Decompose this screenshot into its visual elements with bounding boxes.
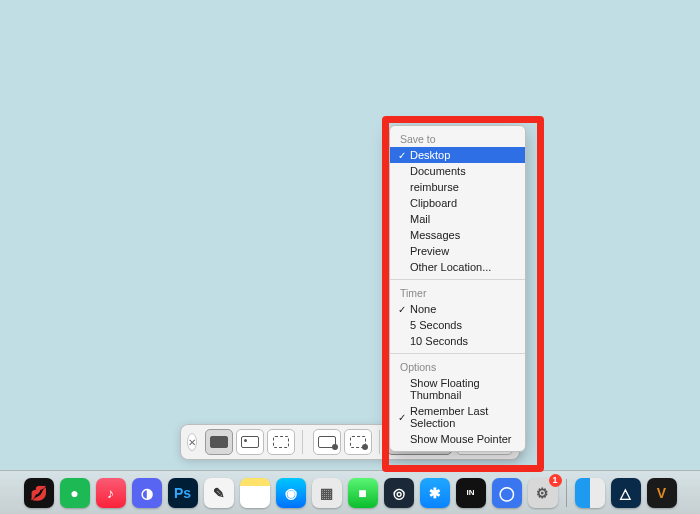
menu-item-timer-0[interactable]: ✓None bbox=[390, 301, 525, 317]
menu-item-timer-1[interactable]: 5 Seconds bbox=[390, 317, 525, 333]
menu-item-save-to-0[interactable]: ✓Desktop bbox=[390, 147, 525, 163]
options-menu: Save to ✓DesktopDocumentsreimburseClipbo… bbox=[389, 125, 526, 452]
menu-item-save-to-2[interactable]: reimburse bbox=[390, 179, 525, 195]
notes-app[interactable] bbox=[240, 478, 270, 508]
settings-app[interactable]: ⚙1 bbox=[528, 478, 558, 508]
menu-item-save-to-1[interactable]: Documents bbox=[390, 163, 525, 179]
timer-header: Timer bbox=[390, 284, 525, 301]
window-icon bbox=[241, 436, 259, 448]
record-screen-icon bbox=[318, 436, 336, 448]
menu-item-label: Show Floating Thumbnail bbox=[408, 377, 519, 401]
facetime-app[interactable]: ■ bbox=[348, 478, 378, 508]
finder-app[interactable] bbox=[575, 478, 605, 508]
check-icon: ✓ bbox=[396, 412, 408, 423]
menu-item-options-0[interactable]: Show Floating Thumbnail bbox=[390, 375, 525, 403]
menu-item-label: 10 Seconds bbox=[408, 335, 519, 347]
menu-item-label: Mail bbox=[408, 213, 519, 225]
capture-selection-button[interactable] bbox=[267, 429, 295, 455]
notification-badge: 1 bbox=[549, 474, 562, 487]
menu-item-save-to-4[interactable]: Mail bbox=[390, 211, 525, 227]
photoshop-app[interactable]: Ps bbox=[168, 478, 198, 508]
menu-item-label: reimburse bbox=[408, 181, 519, 193]
menu-item-save-to-5[interactable]: Messages bbox=[390, 227, 525, 243]
menu-item-label: Preview bbox=[408, 245, 519, 257]
menu-separator bbox=[390, 353, 525, 354]
menu-item-label: Remember Last Selection bbox=[408, 405, 519, 429]
save-to-header: Save to bbox=[390, 130, 525, 147]
capture-mode-group bbox=[205, 429, 295, 455]
menu-item-label: Messages bbox=[408, 229, 519, 241]
menu-item-label: Documents bbox=[408, 165, 519, 177]
menu-item-save-to-6[interactable]: Preview bbox=[390, 243, 525, 259]
capture-entire-screen-button[interactable] bbox=[205, 429, 233, 455]
signal-app[interactable]: ◯ bbox=[492, 478, 522, 508]
menu-item-label: None bbox=[408, 303, 519, 315]
ooni-app[interactable]: △ bbox=[611, 478, 641, 508]
options-header: Options bbox=[390, 358, 525, 375]
vermintide-app[interactable]: V bbox=[647, 478, 677, 508]
clipstudio-app[interactable]: ✎ bbox=[204, 478, 234, 508]
steam-app[interactable]: ◎ bbox=[384, 478, 414, 508]
menu-item-timer-2[interactable]: 10 Seconds bbox=[390, 333, 525, 349]
menu-item-label: Clipboard bbox=[408, 197, 519, 209]
menu-item-label: Desktop bbox=[408, 149, 519, 161]
screen-icon bbox=[210, 436, 228, 448]
spotify-app[interactable]: ● bbox=[60, 478, 90, 508]
dock: 💋●♪◑Ps✎◉▦■◎✱IN◯⚙1△V bbox=[0, 470, 700, 514]
discord-app[interactable]: ◑ bbox=[132, 478, 162, 508]
messenger-app[interactable]: ◉ bbox=[276, 478, 306, 508]
menu-item-label: Other Location... bbox=[408, 261, 519, 273]
menu-item-label: 5 Seconds bbox=[408, 319, 519, 331]
insider-app[interactable]: IN bbox=[456, 478, 486, 508]
menu-item-save-to-7[interactable]: Other Location... bbox=[390, 259, 525, 275]
menu-separator bbox=[390, 279, 525, 280]
capture-window-button[interactable] bbox=[236, 429, 264, 455]
record-selection-icon bbox=[350, 436, 366, 448]
dock-separator bbox=[566, 479, 567, 507]
launchpad-app[interactable]: ▦ bbox=[312, 478, 342, 508]
lips-app[interactable]: 💋 bbox=[24, 478, 54, 508]
selection-icon bbox=[273, 436, 289, 448]
menu-item-options-1[interactable]: ✓Remember Last Selection bbox=[390, 403, 525, 431]
appstore-app[interactable]: ✱ bbox=[420, 478, 450, 508]
record-entire-screen-button[interactable] bbox=[313, 429, 341, 455]
music-app[interactable]: ♪ bbox=[96, 478, 126, 508]
check-icon: ✓ bbox=[396, 304, 408, 315]
record-selection-button[interactable] bbox=[344, 429, 372, 455]
close-button[interactable]: ✕ bbox=[187, 433, 197, 451]
record-mode-group bbox=[313, 429, 372, 455]
menu-item-save-to-3[interactable]: Clipboard bbox=[390, 195, 525, 211]
menu-item-options-2[interactable]: Show Mouse Pointer bbox=[390, 431, 525, 447]
menu-item-label: Show Mouse Pointer bbox=[408, 433, 519, 445]
check-icon: ✓ bbox=[396, 150, 408, 161]
